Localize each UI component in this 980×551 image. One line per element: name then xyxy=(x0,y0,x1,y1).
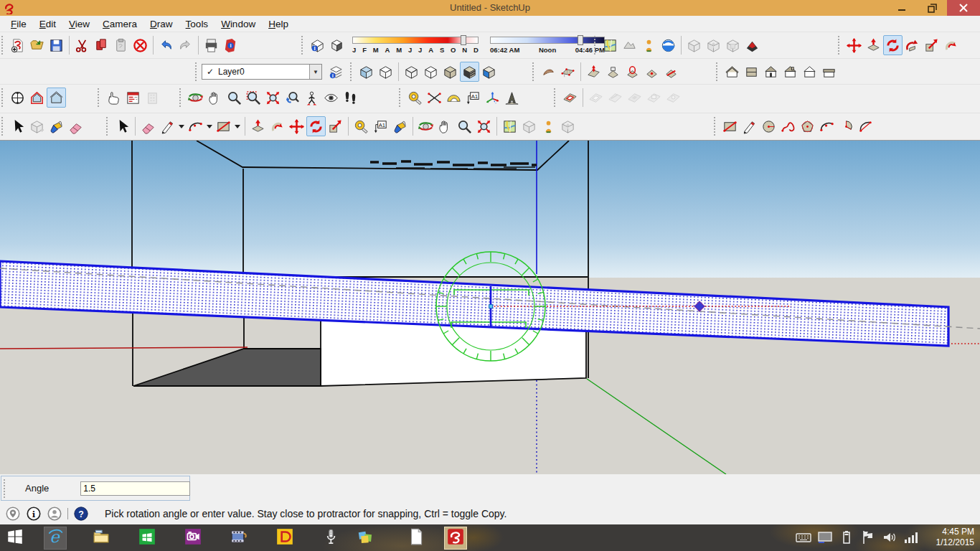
shadow-time-slider[interactable]: 06:42 AM Noon 04:46 PM xyxy=(490,34,605,56)
date-slider-thumb[interactable] xyxy=(461,35,466,45)
extension-warehouse-button[interactable] xyxy=(743,35,762,55)
taskbar-file-explorer-app[interactable] xyxy=(90,527,112,549)
toolbar-grip[interactable] xyxy=(1,36,5,55)
toolbar-grip[interactable] xyxy=(716,62,720,81)
xray-button[interactable] xyxy=(357,62,376,82)
taskbar-document-app[interactable] xyxy=(405,527,427,549)
circle-button[interactable] xyxy=(759,116,778,136)
menu-view[interactable]: View xyxy=(62,17,96,31)
tray-second-screen-icon[interactable] xyxy=(816,529,834,546)
eraser-button[interactable] xyxy=(138,116,158,136)
toolbar-grip[interactable] xyxy=(179,88,183,107)
move-button[interactable] xyxy=(287,116,306,136)
time-slider-thumb[interactable] xyxy=(578,35,583,45)
toggle-terrain-button[interactable] xyxy=(620,35,639,55)
back-edges-button[interactable] xyxy=(376,62,395,82)
rotate-button[interactable] xyxy=(306,116,326,136)
show-shadows-button[interactable] xyxy=(327,35,347,55)
taskbar-clock[interactable]: 4:45 PM 1/12/2015 xyxy=(936,527,974,548)
section-plane-button[interactable] xyxy=(560,88,580,108)
taskbar-start-button[interactable] xyxy=(4,527,26,549)
undo-button[interactable] xyxy=(156,35,176,55)
eraser-button[interactable] xyxy=(66,116,85,136)
dimension-button[interactable] xyxy=(425,88,444,108)
arc-3pt-button[interactable] xyxy=(856,116,875,136)
push-pull-button[interactable] xyxy=(864,35,883,55)
shadow-settings-button[interactable]: i xyxy=(308,35,327,55)
rectangle-button[interactable] xyxy=(720,116,740,136)
select-button[interactable] xyxy=(113,116,132,136)
menu-file[interactable]: File xyxy=(4,17,33,31)
minimize-button[interactable] xyxy=(887,0,917,16)
from-contours-button[interactable] xyxy=(539,62,558,82)
drape-button[interactable] xyxy=(623,62,642,82)
offset-button[interactable] xyxy=(268,116,287,136)
push-pull-button[interactable] xyxy=(248,116,268,136)
taskbar-sketchup-app[interactable] xyxy=(445,527,466,549)
axes-button[interactable] xyxy=(483,88,502,108)
rotation-center-point[interactable] xyxy=(489,305,493,309)
move-button[interactable] xyxy=(844,35,864,55)
shaded-textures-button[interactable] xyxy=(460,62,479,82)
zoom-extents-button[interactable] xyxy=(474,116,494,136)
rotate-button[interactable] xyxy=(883,35,903,55)
flip-edge-button[interactable] xyxy=(661,62,681,82)
tray-volume-icon[interactable] xyxy=(881,529,898,546)
smoove-button[interactable] xyxy=(584,62,603,82)
chevron-down-icon[interactable]: ▼ xyxy=(309,65,321,79)
house-frame-button[interactable] xyxy=(27,88,47,108)
tool-dropdown-caret-icon[interactable] xyxy=(233,116,242,136)
follow-me-button[interactable] xyxy=(903,35,922,55)
toolbar-grip[interactable] xyxy=(301,36,305,55)
tray-keyboard-icon[interactable] xyxy=(795,529,812,546)
menu-edit[interactable]: Edit xyxy=(33,17,62,31)
view-back-button[interactable] xyxy=(800,62,819,82)
new-button[interactable] xyxy=(8,35,27,55)
toolbar-grip[interactable] xyxy=(532,62,536,81)
toolbar-grip[interactable] xyxy=(554,88,557,107)
paint-button[interactable] xyxy=(47,116,66,136)
tape-measure-button[interactable] xyxy=(405,88,425,108)
view-right-button[interactable] xyxy=(781,62,800,82)
component-options-button[interactable] xyxy=(123,88,143,108)
menu-draw[interactable]: Draw xyxy=(143,17,179,31)
view-iso-button[interactable] xyxy=(722,62,742,82)
wireframe-button[interactable] xyxy=(402,62,421,82)
interact-button[interactable] xyxy=(104,88,123,108)
toolbar-grip[interactable] xyxy=(1,88,5,107)
add-location-button[interactable] xyxy=(500,116,519,136)
taskbar-sound-recorder-app[interactable] xyxy=(320,527,341,549)
house-select-button[interactable] xyxy=(47,88,66,108)
date-slider-track[interactable] xyxy=(352,37,479,44)
cut-button[interactable] xyxy=(72,35,92,55)
scale-button[interactable] xyxy=(922,35,941,55)
title-bar[interactable]: Untitled - SketchUp xyxy=(0,0,980,16)
photo-textures-button[interactable] xyxy=(639,35,659,55)
protractor-button[interactable] xyxy=(444,88,463,108)
tray-battery-icon[interactable] xyxy=(838,529,855,546)
layer-manager-button[interactable]: i xyxy=(326,62,346,82)
toolbar-grip[interactable] xyxy=(594,36,598,55)
view-left-button[interactable] xyxy=(819,62,839,82)
tool-dropdown-caret-icon[interactable] xyxy=(205,116,214,136)
orbit-button[interactable] xyxy=(416,116,435,136)
restore-button[interactable] xyxy=(917,0,947,16)
from-scratch-button[interactable] xyxy=(558,62,578,82)
menu-help[interactable]: Help xyxy=(262,17,295,31)
menu-camera[interactable]: Camera xyxy=(96,17,143,31)
text-button[interactable]: A1 xyxy=(371,116,390,136)
line-button[interactable] xyxy=(740,116,759,136)
taskbar-sticky-notes-app[interactable] xyxy=(354,527,376,549)
offset-button[interactable] xyxy=(941,35,961,55)
arc-tool-button[interactable] xyxy=(186,116,205,136)
stamp-button[interactable] xyxy=(603,62,623,82)
tray-action-center-icon[interactable] xyxy=(859,529,877,546)
hidden-line-button[interactable] xyxy=(421,62,440,82)
zoom-window-button[interactable] xyxy=(244,88,263,108)
pan-button[interactable] xyxy=(435,116,455,136)
shadow-date-slider[interactable]: JFMAMJJASOND xyxy=(352,34,479,56)
layers-dropdown[interactable]: ✓ Layer0 ▼ xyxy=(202,64,322,80)
save-button[interactable] xyxy=(47,35,66,55)
add-location-button[interactable] xyxy=(600,35,620,55)
look-around-button[interactable] xyxy=(321,88,341,108)
